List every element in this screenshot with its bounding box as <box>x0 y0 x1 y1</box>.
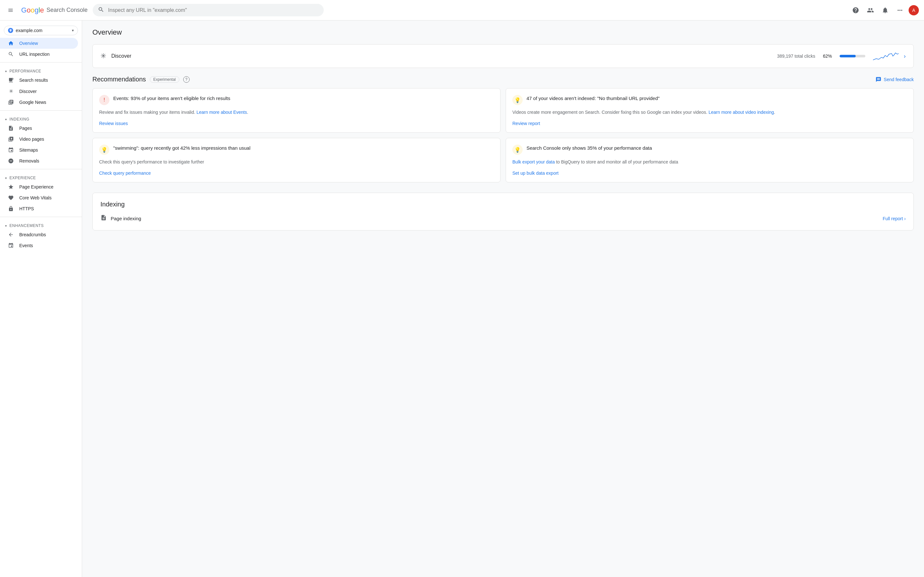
discover-sparkline <box>873 51 899 61</box>
page-indexing-row: Page indexing Full report › <box>100 214 906 222</box>
discover-label: Discover <box>19 89 37 94</box>
enhancements-section-header[interactable]: ▾ Enhancements <box>0 219 82 229</box>
notifications-button[interactable] <box>879 4 891 16</box>
recommendations-title: Recommendations <box>92 76 146 83</box>
collapse-experience-icon: ▾ <box>5 176 7 180</box>
breadcrumbs-label: Breadcrumbs <box>19 232 46 237</box>
rec-title-4: Search Console only shows 35% of your pe… <box>527 145 652 151</box>
help-button[interactable] <box>850 4 862 16</box>
rec-error-icon-1: ! <box>99 95 110 105</box>
rec-link-2[interactable]: Learn more about video indexing <box>708 110 774 115</box>
rec-link-1[interactable]: Learn more about Events <box>196 110 247 115</box>
sidebar-item-events[interactable]: Events <box>0 240 78 251</box>
video-pages-label: Video pages <box>19 137 44 142</box>
sidebar-item-sitemaps[interactable]: Sitemaps <box>0 145 78 155</box>
removals-icon <box>8 158 14 164</box>
set-up-bulk-data-export-button[interactable]: Set up bulk data export <box>512 171 559 176</box>
sidebar-item-breadcrumbs[interactable]: Breadcrumbs <box>0 229 78 240</box>
apps-button[interactable] <box>894 4 906 16</box>
manage-users-button[interactable] <box>864 4 877 16</box>
review-report-button[interactable]: Review report <box>512 121 540 126</box>
discover-clicks: 389,197 total clicks <box>777 53 815 59</box>
experience-section-header[interactable]: ▾ Experience <box>0 172 82 181</box>
rec-body-4: Bulk export your data to BigQuery to sto… <box>512 159 907 165</box>
indexing-section: Indexing Page indexing Full report › <box>92 193 914 230</box>
avatar[interactable]: A <box>909 5 919 15</box>
top-bar: Google Search Console <box>0 0 924 21</box>
rec-link-4[interactable]: Bulk export your data <box>512 159 555 164</box>
send-feedback-button[interactable]: Send feedback <box>876 77 914 82</box>
sidebar-item-overview[interactable]: Overview <box>0 38 78 49</box>
full-report-link[interactable]: Full report › <box>883 216 906 221</box>
search-results-icon <box>8 77 14 83</box>
indexing-section-header[interactable]: ▾ Indexing <box>0 113 82 123</box>
sidebar-item-pages[interactable]: Pages <box>0 123 78 134</box>
search-icon <box>98 6 104 14</box>
sitemaps-label: Sitemaps <box>19 147 38 153</box>
discover-pct: 62% <box>823 53 832 59</box>
content-area: Overview ✳ Discover 389,197 total clicks… <box>82 21 924 577</box>
indexing-section-label: Indexing <box>10 117 29 121</box>
sidebar-item-video-pages[interactable]: Video pages <box>0 134 78 145</box>
rec-body-3: Check this query's performance to invest… <box>99 159 494 165</box>
recommendations-help-icon[interactable]: ? <box>183 76 190 83</box>
app-title: Search Console <box>47 7 87 13</box>
rec-card-bulk-export: 💡 Search Console only shows 35% of your … <box>506 138 914 182</box>
sidebar-divider-1 <box>0 62 82 63</box>
page-experience-label: Page Experience <box>19 184 53 189</box>
discover-progress-bar <box>840 55 865 57</box>
discover-card-name: Discover <box>111 53 772 59</box>
rec-warning-icon-3: 💡 <box>99 145 110 155</box>
sidebar-divider-3 <box>0 169 82 169</box>
search-input[interactable] <box>108 7 318 13</box>
discover-nav-icon: ✳ <box>8 88 14 94</box>
main-layout: example.com ▾ Overview URL inspection <box>0 21 924 577</box>
sidebar-item-core-web-vitals[interactable]: Core Web Vitals <box>0 192 78 203</box>
google-news-icon <box>8 99 14 105</box>
hamburger-menu-button[interactable] <box>5 5 16 16</box>
rec-card-events: ! Events: 93% of your items aren't eligi… <box>92 88 501 133</box>
rec-card-header-2: 💡 47 of your videos aren't indexed: "No … <box>512 95 907 105</box>
sidebar-item-removals[interactable]: Removals <box>0 155 78 166</box>
discover-chevron-icon: › <box>904 53 906 60</box>
indexing-section-title: Indexing <box>100 201 906 208</box>
sidebar-item-discover[interactable]: ✳ Discover <box>0 85 78 97</box>
pages-label: Pages <box>19 126 32 131</box>
sidebar-item-search-results[interactable]: Search results <box>0 75 78 85</box>
page-indexing-label: Page indexing <box>111 216 141 221</box>
url-inspection-label: URL inspection <box>19 52 49 57</box>
full-report-label: Full report <box>883 216 903 221</box>
discover-progress-fill <box>840 55 856 57</box>
collapse-performance-icon: ▾ <box>5 69 7 73</box>
sidebar-item-page-experience[interactable]: Page Experience <box>0 181 78 192</box>
page-indexing-left: Page indexing <box>100 214 141 222</box>
page-indexing-icon <box>100 214 107 222</box>
recommendations-grid: ! Events: 93% of your items aren't eligi… <box>92 88 914 182</box>
app-container: Google Search Console <box>0 0 924 577</box>
sidebar-item-url-inspection[interactable]: URL inspection <box>0 49 78 60</box>
review-issues-button[interactable]: Review issues <box>99 121 128 126</box>
pages-icon <box>8 125 14 131</box>
https-icon <box>8 206 14 211</box>
discover-stats: 389,197 total clicks 62% <box>777 51 899 61</box>
performance-section-header[interactable]: ▾ Performance <box>0 65 82 75</box>
sidebar-item-https[interactable]: HTTPS <box>0 203 78 214</box>
property-icon <box>8 28 13 33</box>
home-icon <box>8 40 14 46</box>
discover-card[interactable]: ✳ Discover 389,197 total clicks 62% › <box>92 44 914 68</box>
search-nav-icon <box>8 51 14 57</box>
experimental-badge: Experimental <box>150 76 179 83</box>
discover-asterisk-icon: ✳ <box>100 52 106 60</box>
property-selector[interactable]: example.com ▾ <box>4 26 78 35</box>
rec-warning-icon-2: 💡 <box>512 95 523 105</box>
removals-label: Removals <box>19 158 39 163</box>
sidebar-divider-2 <box>0 110 82 111</box>
rec-card-header-1: ! Events: 93% of your items aren't eligi… <box>99 95 494 105</box>
search-results-label: Search results <box>19 77 48 83</box>
check-query-performance-button[interactable]: Check query performance <box>99 171 151 176</box>
enhancements-section-label: Enhancements <box>10 223 44 228</box>
video-pages-icon <box>8 136 14 142</box>
full-report-chevron-icon: › <box>904 216 906 221</box>
sidebar-item-google-news[interactable]: Google News <box>0 97 78 108</box>
rec-card-header-4: 💡 Search Console only shows 35% of your … <box>512 145 907 155</box>
